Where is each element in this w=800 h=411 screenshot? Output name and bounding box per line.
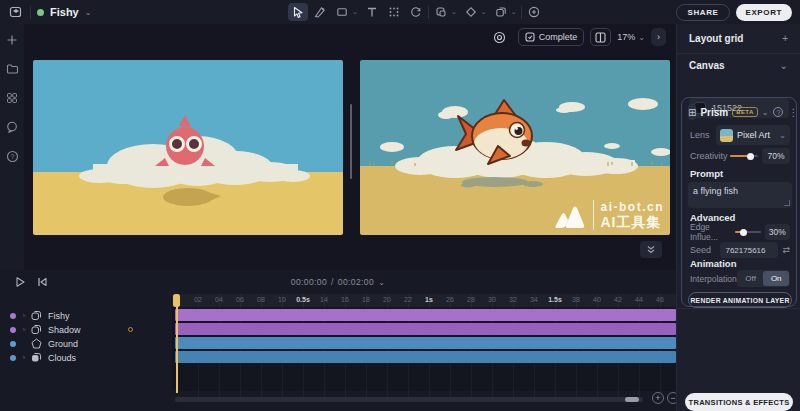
frame-rendered-preview[interactable]: ai-bot.cn AI工具集 xyxy=(360,60,670,235)
vector-shape-tool[interactable] xyxy=(461,3,481,21)
direct-select-tool[interactable] xyxy=(310,3,330,21)
prism-help-icon[interactable]: ? xyxy=(773,107,783,117)
prism-icon: ⊞ xyxy=(688,104,696,120)
complete-label: Complete xyxy=(539,32,578,42)
layer-name: Ground xyxy=(48,339,78,349)
shuffle-seed-icon[interactable]: ⇄ xyxy=(782,245,790,255)
timecode-display[interactable]: 00:00:00 / 00:02:00 ⌄ xyxy=(291,270,385,294)
prism-more-icon[interactable]: ⋮ xyxy=(788,107,798,118)
playhead-handle[interactable] xyxy=(173,294,180,307)
canvas-viewport[interactable]: Complete 17% ⌄ › xyxy=(24,24,676,270)
export-button[interactable]: EXPORT xyxy=(736,4,793,21)
render-animation-layer-button[interactable]: RENDER ANIMATION LAYER xyxy=(688,292,792,308)
layer-row-clouds[interactable]: › Clouds xyxy=(0,351,172,364)
track-bar-shadow[interactable] xyxy=(175,323,676,335)
ruler-tick-label: 14 xyxy=(314,296,334,303)
move-pixels-tool[interactable] xyxy=(384,3,404,21)
timeline-scrollbar[interactable] xyxy=(175,397,643,402)
track-bar-fishy[interactable] xyxy=(175,309,676,321)
seed-input[interactable]: 762175616 xyxy=(720,242,778,258)
zoom-level-value: 17% xyxy=(617,32,635,42)
vector-tool-chevron-icon[interactable]: ⌄ xyxy=(481,8,487,16)
assets-grid-icon[interactable] xyxy=(4,90,20,106)
left-sidebar: ? xyxy=(0,24,24,270)
expand-chevron-icon[interactable]: › xyxy=(18,326,30,333)
ruler-tick-label: 02 xyxy=(188,296,208,303)
keyframe-indicator-icon[interactable] xyxy=(128,327,133,332)
skip-to-start-button[interactable] xyxy=(36,276,48,288)
rotate-tool[interactable] xyxy=(406,3,426,21)
timecode-chevron-icon: ⌄ xyxy=(378,278,385,287)
comment-tool[interactable] xyxy=(524,3,544,21)
playhead-line[interactable] xyxy=(176,295,178,393)
complete-icon xyxy=(525,32,535,42)
zoom-level-dropdown[interactable]: 17% ⌄ xyxy=(617,32,645,42)
text-tool[interactable] xyxy=(362,3,382,21)
play-button[interactable] xyxy=(14,276,26,288)
layer-color-dot xyxy=(10,327,16,333)
help-icon[interactable]: ? xyxy=(4,148,20,164)
ruler-tick-label: 10 xyxy=(272,296,292,303)
interpolation-on-option[interactable]: On xyxy=(763,271,789,286)
add-icon[interactable] xyxy=(4,32,20,48)
rectangle-tool[interactable] xyxy=(332,3,352,21)
project-title[interactable]: Fishy xyxy=(50,6,79,18)
ruler-tick-label: 30 xyxy=(482,296,502,303)
creativity-value[interactable]: 70% xyxy=(762,148,790,164)
layout-columns-icon[interactable] xyxy=(590,28,611,46)
interpolation-off-option[interactable]: Off xyxy=(738,271,764,286)
complete-button[interactable]: Complete xyxy=(518,28,585,46)
expand-chevron-icon[interactable]: › xyxy=(18,354,30,361)
watermark-logo-icon xyxy=(554,204,586,230)
track-bar-clouds[interactable] xyxy=(175,351,676,363)
layout-grid-label: Layout grid xyxy=(689,33,743,44)
folder-icon[interactable] xyxy=(4,61,20,77)
timeline-ruler[interactable]: 02040608100.5s14161820221s26283032341.5s… xyxy=(172,294,676,307)
animation-label: Animation xyxy=(690,258,736,269)
duplicate-tool-chevron-icon[interactable]: ⌄ xyxy=(511,8,517,16)
rectangle-tool-chevron-icon[interactable]: ⌄ xyxy=(352,8,358,16)
top-bar: Fishy ⌄ ⌄ ⌄ xyxy=(0,0,800,24)
record-icon[interactable] xyxy=(487,28,512,46)
watermark: ai-bot.cn AI工具集 xyxy=(554,200,665,230)
next-page-button[interactable]: › xyxy=(651,28,666,46)
ruler-tick-label: 34 xyxy=(524,296,544,303)
canvas-collapse-button[interactable] xyxy=(640,241,662,258)
layer-name: Shadow xyxy=(48,325,81,335)
prompt-input[interactable]: a flying fish xyxy=(688,182,792,208)
edge-influence-slider[interactable] xyxy=(735,231,760,233)
seed-label: Seed xyxy=(690,245,711,255)
prism-collapse-chevron-icon[interactable]: ⌄ xyxy=(762,108,769,117)
frame-tool[interactable] xyxy=(431,3,451,21)
transitions-effects-button[interactable]: TRANSITIONS & EFFECTS xyxy=(685,393,793,411)
zoom-chevron-icon: ⌄ xyxy=(638,33,645,42)
svg-text:?: ? xyxy=(10,153,14,160)
canvas-scrollbar[interactable] xyxy=(350,104,352,179)
layer-row-shadow[interactable]: › Shadow xyxy=(0,323,172,336)
timeline-scrollbar-thumb[interactable] xyxy=(625,397,639,402)
divider xyxy=(677,53,800,54)
canvas-section-chevron-icon[interactable]: ⌄ xyxy=(780,60,788,71)
layer-row-fishy[interactable]: › Fishy xyxy=(0,309,172,322)
pointer-tool[interactable] xyxy=(288,3,308,21)
creativity-slider[interactable] xyxy=(730,155,758,157)
layer-row-ground[interactable]: Ground xyxy=(0,337,172,350)
frame-source-preview[interactable] xyxy=(33,60,343,235)
track-bar-ground[interactable] xyxy=(175,337,676,349)
timeline-zoom-in-icon[interactable]: + xyxy=(652,392,664,404)
share-button[interactable]: SHARE xyxy=(676,4,729,21)
frame-tool-chevron-icon[interactable]: ⌄ xyxy=(451,8,457,16)
lens-dropdown[interactable]: Pixel Art ⌄ xyxy=(716,125,790,145)
tool-bar: ⌄ ⌄ ⌄ ⌄ xyxy=(288,0,544,24)
app-logo-icon[interactable] xyxy=(8,4,24,20)
ruler-tick-label: 20 xyxy=(377,296,397,303)
expand-chevron-icon[interactable]: › xyxy=(18,312,30,319)
add-layout-grid-icon[interactable]: + xyxy=(782,33,788,44)
project-color-dot xyxy=(37,9,44,16)
interpolation-toggle: Off On xyxy=(737,270,790,287)
edge-influence-value[interactable]: 30% xyxy=(765,224,790,240)
comments-icon[interactable] xyxy=(4,119,20,135)
duplicate-tool[interactable] xyxy=(491,3,511,21)
ruler-tick-label: 04 xyxy=(209,296,229,303)
project-menu-chevron-icon[interactable]: ⌄ xyxy=(85,8,92,17)
